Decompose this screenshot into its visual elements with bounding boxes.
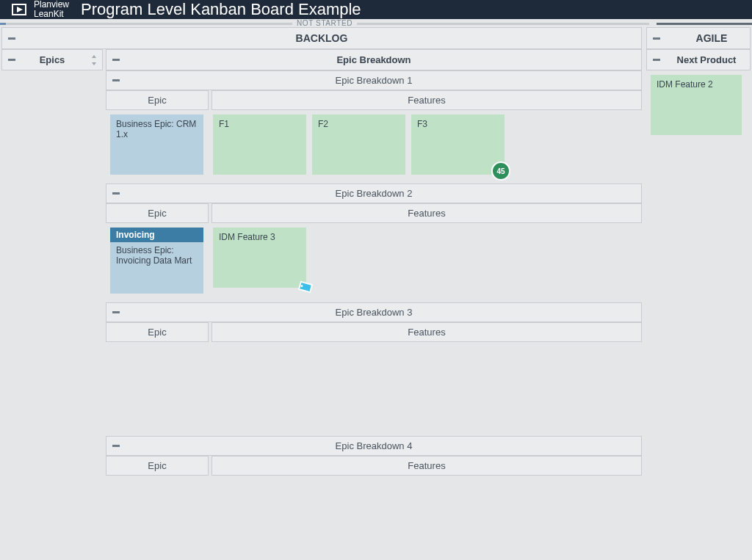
collapse-icon[interactable] — [111, 77, 121, 84]
column-epic-breakdown-header[interactable]: Epic Breakdown — [106, 49, 642, 70]
brand-logo[interactable]: Planview LeanKit — [10, 0, 69, 18]
section-eb1-title: Epic Breakdown 1 — [336, 75, 413, 86]
count-badge: 45 — [491, 161, 510, 181]
section-eb3: Epic Breakdown 3 Epic Features — [106, 302, 642, 432]
svg-marker-1 — [17, 7, 23, 12]
card-title: F2 — [318, 119, 328, 129]
column-next-product-header[interactable]: Next Product — [646, 49, 751, 70]
brand-mark-icon — [10, 1, 28, 18]
section-eb2-title: Epic Breakdown 2 — [336, 188, 413, 199]
card-business-epic-invoicing[interactable]: Invoicing Business Epic: Invoicing Data … — [110, 228, 203, 294]
card-title: IDM Feature 2 — [657, 79, 713, 90]
section-eb3-title: Epic Breakdown 3 — [336, 307, 413, 318]
collapse-icon[interactable] — [651, 57, 662, 64]
collapse-icon[interactable] — [7, 57, 17, 64]
board-title: Program Level Kanban Board Example — [81, 0, 361, 19]
tag-icon — [294, 276, 317, 298]
top-bar: Planview LeanKit Program Level Kanban Bo… — [0, 0, 752, 19]
subheader-epic[interactable]: Epic — [106, 90, 209, 110]
card-idm-feature-2[interactable]: IDM Feature 2 — [651, 75, 742, 135]
card-title: IDM Feature 3 — [219, 232, 275, 242]
card-f1[interactable]: F1 — [213, 114, 306, 175]
collapse-icon[interactable] — [111, 190, 121, 197]
card-title: F3 — [417, 119, 427, 129]
section-eb2: Epic Breakdown 2 Epic Features Invoicing — [106, 183, 642, 298]
brand-line2: LeanKit — [34, 10, 69, 19]
lane-backlog-columns: Epics Epic Breakdown — [1, 49, 642, 560]
section-eb4-title: Epic Breakdown 4 — [336, 440, 413, 451]
lane-backlog-header[interactable]: BACKLOG — [1, 27, 642, 49]
section-eb3-subheaders: Epic Features — [106, 322, 642, 342]
kanban-board: BACKLOG Epics Epic Breakdown — [0, 27, 752, 560]
card-f2[interactable]: F2 — [312, 114, 405, 175]
section-eb4-header[interactable]: Epic Breakdown 4 — [106, 436, 642, 456]
section-eb4-cards[interactable] — [106, 476, 642, 560]
status-strip: NOT STARTED — [0, 19, 752, 27]
subheader-features[interactable]: Features — [212, 203, 642, 223]
section-eb3-cards[interactable] — [106, 342, 642, 432]
status-not-started: NOT STARTED — [292, 19, 357, 27]
section-eb1-subheaders: Epic Features — [106, 90, 642, 110]
status-bar-gray-right — [357, 23, 649, 25]
section-eb2-header[interactable]: Epic Breakdown 2 — [106, 183, 642, 203]
card-title: Business Epic: Invoicing Data Mart — [116, 245, 192, 266]
lane-agile-header[interactable]: AGILE — [646, 27, 751, 49]
subheader-features[interactable]: Features — [212, 456, 642, 476]
subheader-features[interactable]: Features — [212, 322, 642, 342]
card-title: Business Epic: CRM 1.x — [116, 119, 196, 139]
collapse-icon[interactable] — [111, 309, 121, 316]
lane-backlog: BACKLOG Epics Epic Breakdown — [1, 27, 642, 560]
collapse-icon[interactable] — [111, 443, 121, 450]
subheader-epic[interactable]: Epic — [106, 322, 209, 342]
column-epic-breakdown-body: Epic Breakdown 1 Epic Features Business … — [106, 70, 642, 560]
column-epics-header[interactable]: Epics — [1, 49, 103, 70]
status-bar-gray-left — [6, 23, 292, 25]
column-next-product-title: Next Product — [661, 54, 737, 65]
card-tag: Invoicing — [110, 228, 203, 242]
section-eb3-header[interactable]: Epic Breakdown 3 — [106, 302, 642, 322]
section-eb4-subheaders: Epic Features — [106, 456, 642, 476]
card-business-epic-crm[interactable]: Business Epic: CRM 1.x — [110, 114, 203, 175]
section-eb1-cards[interactable]: Business Epic: CRM 1.x F1 F2 — [106, 110, 642, 179]
column-epics-title: Epics — [40, 54, 65, 65]
column-next-product-body[interactable]: IDM Feature 2 — [646, 70, 751, 560]
lane-agile: AGILE Next Product IDM Feature 2 — [646, 27, 751, 560]
section-eb1: Epic Breakdown 1 Epic Features Business … — [106, 70, 642, 179]
app-root: Planview LeanKit Program Level Kanban Bo… — [0, 0, 752, 560]
column-epics: Epics — [1, 49, 103, 560]
subheader-epic[interactable]: Epic — [106, 456, 209, 476]
status-bar-left — [0, 23, 6, 25]
collapse-icon[interactable] — [111, 57, 121, 64]
column-epics-body[interactable] — [1, 70, 103, 560]
card-idm-feature-3[interactable]: IDM Feature 3 — [213, 228, 306, 288]
column-epic-breakdown-title: Epic Breakdown — [336, 54, 411, 65]
brand-text: Planview LeanKit — [34, 0, 69, 18]
status-bar-agile — [657, 23, 752, 25]
collapse-icon[interactable] — [7, 34, 17, 42]
lane-agile-title: AGILE — [670, 32, 728, 44]
section-eb1-header[interactable]: Epic Breakdown 1 — [106, 70, 642, 90]
column-epic-breakdown: Epic Breakdown Epic Breakdown 1 Epic Fea… — [106, 49, 642, 560]
section-eb2-subheaders: Epic Features — [106, 203, 642, 223]
card-f3[interactable]: F3 45 — [411, 114, 505, 175]
collapse-icon[interactable] — [651, 34, 662, 42]
subheader-features[interactable]: Features — [212, 90, 642, 110]
card-title: F1 — [219, 119, 229, 129]
section-eb4: Epic Breakdown 4 Epic Features — [106, 436, 642, 560]
subheader-epic[interactable]: Epic — [106, 203, 209, 223]
section-eb2-cards[interactable]: Invoicing Business Epic: Invoicing Data … — [106, 223, 642, 298]
lane-backlog-title: BACKLOG — [296, 32, 348, 44]
sort-icon[interactable] — [90, 55, 98, 65]
